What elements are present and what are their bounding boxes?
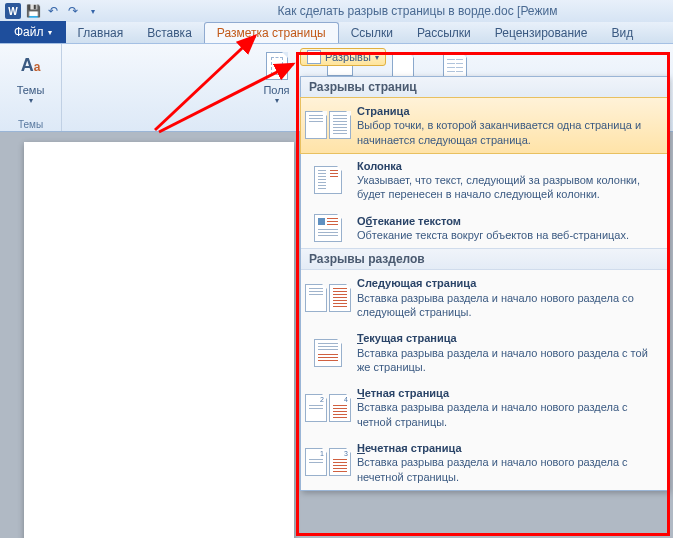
chevron-down-icon: ▾: [375, 53, 379, 62]
titlebar: W 💾 ↶ ↷ ▾ Как сделать разрыв страницы в …: [0, 0, 673, 22]
group-themes: Aa Темы ▾ Темы: [0, 44, 62, 131]
textwrap-break-icon: [309, 214, 347, 243]
oddpage-break-icon: 1 3: [309, 441, 347, 484]
page-break-icon: ▸: [309, 104, 347, 147]
chevron-down-icon: ▾: [275, 97, 279, 106]
tab-page-layout[interactable]: Разметка страницы: [204, 22, 339, 43]
column-break-icon: [309, 159, 347, 202]
tab-file[interactable]: Файл▾: [0, 21, 66, 43]
continuous-break-icon: [309, 331, 347, 374]
menu-item-desc: Указывает, что текст, следующий за разры…: [357, 173, 659, 202]
tab-review[interactable]: Рецензирование: [483, 23, 600, 43]
menu-item-oddpage[interactable]: 1 3 Нечетная страница Вставка разрыва ра…: [301, 435, 667, 490]
tab-view[interactable]: Вид: [599, 23, 645, 43]
menu-item-column[interactable]: Колонка Указывает, что текст, следующий …: [301, 153, 667, 208]
menu-item-title: Нечетная страница: [357, 441, 659, 455]
menu-section-page-breaks: Разрывы страниц: [301, 77, 667, 98]
tab-references[interactable]: Ссылки: [339, 23, 405, 43]
tab-mailings[interactable]: Рассылки: [405, 23, 483, 43]
page-thumbnail: [24, 142, 294, 538]
chevron-down-icon: ▾: [29, 97, 33, 106]
evenpage-break-icon: 2 4: [309, 386, 347, 429]
ribbon-tabs: Файл▾ Главная Вставка Разметка страницы …: [0, 22, 673, 44]
word-app-icon: W: [4, 2, 22, 20]
menu-section-section-breaks: Разрывы разделов: [301, 248, 667, 270]
menu-item-title: Обтекание текстом: [357, 214, 659, 228]
menu-item-continuous[interactable]: Текущая страница Вставка разрыва раздела…: [301, 325, 667, 380]
group-label-themes: Темы: [0, 119, 61, 130]
menu-item-page[interactable]: ▸ Страница Выбор точки, в которой заканч…: [300, 97, 668, 154]
menu-item-desc: Вставка разрыва раздела и начало нового …: [357, 400, 659, 429]
breaks-button[interactable]: Разрывы ▾: [300, 48, 386, 66]
menu-item-title: Колонка: [357, 159, 659, 173]
menu-item-desc: Вставка разрыва раздела и начало нового …: [357, 346, 659, 375]
menu-item-title: Следующая страница: [357, 276, 659, 290]
nextpage-break-icon: ▸: [309, 276, 347, 319]
menu-item-desc: Обтекание текста вокруг объектов на веб-…: [357, 228, 659, 242]
save-icon[interactable]: 💾: [24, 2, 42, 20]
redo-icon[interactable]: ↷: [64, 2, 82, 20]
themes-icon: Aa: [15, 50, 47, 82]
breaks-menu: Разрывы страниц ▸ Страница Выбор точки, …: [300, 76, 668, 491]
menu-item-desc: Выбор точки, в которой заканчивается одн…: [357, 118, 659, 147]
undo-icon[interactable]: ↶: [44, 2, 62, 20]
qat-dropdown-icon[interactable]: ▾: [84, 2, 102, 20]
margins-button[interactable]: Поля ▾: [256, 50, 298, 106]
window-title: Как сделать разрыв страницы в ворде.doc …: [102, 4, 673, 18]
breaks-icon: [307, 50, 321, 64]
menu-item-title: Текущая страница: [357, 331, 659, 345]
margins-icon: [261, 50, 293, 82]
tab-insert[interactable]: Вставка: [135, 23, 204, 43]
menu-item-textwrap[interactable]: Обтекание текстом Обтекание текста вокру…: [301, 208, 667, 249]
menu-item-title: Страница: [357, 104, 659, 118]
quick-access-toolbar: W 💾 ↶ ↷ ▾: [0, 2, 102, 20]
menu-item-title: Четная страница: [357, 386, 659, 400]
tab-home[interactable]: Главная: [66, 23, 136, 43]
menu-item-desc: Вставка разрыва раздела и начало нового …: [357, 291, 659, 320]
menu-item-evenpage[interactable]: 2 4 Четная страница Вставка разрыва разд…: [301, 380, 667, 435]
menu-item-nextpage[interactable]: ▸ Следующая страница Вставка разрыва раз…: [301, 270, 667, 325]
menu-item-desc: Вставка разрыва раздела и начало нового …: [357, 455, 659, 484]
themes-button[interactable]: Aa Темы ▾: [6, 50, 56, 106]
